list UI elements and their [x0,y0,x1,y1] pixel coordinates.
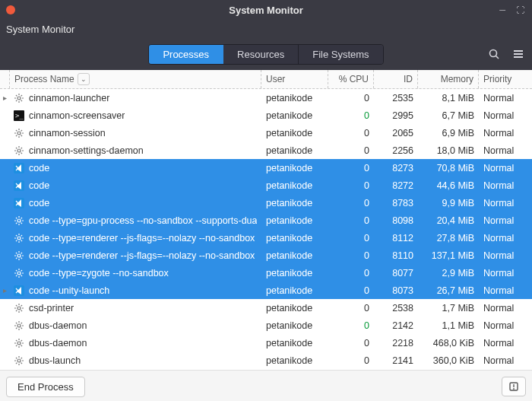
cell-memory: 468,0 KiB [418,338,479,348]
cell-cpu: 0 [328,338,374,348]
cell-id: 2065 [374,128,418,138]
process-name-text: cinnamon-screensaver [29,110,125,121]
table-row[interactable]: codepetanikode087839,9 MiBNormal [0,194,532,212]
table-row[interactable]: cinnamon-settings-daemonpetanikode022561… [0,142,532,159]
close-button[interactable] [6,5,15,14]
process-name-text: dbus-launch [29,355,81,366]
col-user[interactable]: User [261,70,328,88]
cell-user: petanikode [261,93,328,103]
app-menu[interactable]: System Monitor [6,24,74,35]
cell-id: 2538 [374,303,418,313]
col-cpu[interactable]: % CPU [328,70,374,88]
footer: End Process [0,370,532,401]
cell-process-name: csd-printer [9,303,261,313]
cell-user: petanikode [261,128,328,138]
cell-cpu: 0 [328,285,374,296]
cell-id: 8098 [374,215,418,226]
cell-memory: 18,0 MiB [418,145,479,156]
cell-cpu: 0 [328,128,374,138]
cell-memory: 137,1 MiB [418,250,479,261]
gear-icon [14,215,24,226]
window-title: System Monitor [0,5,532,16]
maximize-button[interactable]: ⛶ [515,5,526,14]
cell-priority: Normal [479,180,532,191]
table-row[interactable]: csd-printerpetanikode025381,7 MiBNormal [0,299,532,317]
table-row[interactable]: code --type=renderer --js-flags=--nolazy… [0,247,532,264]
cell-memory: 8,1 MiB [418,93,479,103]
gear-icon [14,128,24,138]
cell-priority: Normal [479,320,532,331]
cell-memory: 2,9 MiB [418,268,479,278]
cell-memory: 44,6 MiB [418,180,479,191]
cell-user: petanikode [261,198,328,208]
cell-process-name: code --type=zygote --no-sandbox [9,268,261,278]
cell-user: petanikode [261,285,328,296]
cell-id: 2142 [374,320,418,331]
col-name-label: Process Name [14,74,74,84]
table-row[interactable]: dbus-launchpetanikode02141360,0 KiBNorma… [0,352,532,369]
cell-process-name: code --type=renderer --js-flags=--nolazy… [9,233,261,243]
col-expander [0,70,10,88]
cell-priority: Normal [479,338,532,348]
gear-icon [14,145,24,156]
cell-user: petanikode [261,233,328,243]
cell-memory: 20,4 MiB [418,215,479,226]
cell-id: 2995 [374,110,418,121]
table-row[interactable]: code --type=zygote --no-sandboxpetanikod… [0,264,532,282]
gear-icon [14,338,24,348]
cell-cpu: 0 [328,180,374,191]
cell-user: petanikode [261,215,328,226]
cell-process-name: cinnamon-session [9,128,261,138]
tab-filesystems[interactable]: File Systems [299,45,382,64]
cell-memory: 6,9 MiB [418,128,479,138]
end-process-button[interactable]: End Process [6,377,85,397]
minimize-button[interactable]: ─ [498,5,507,14]
cell-priority: Normal [479,163,532,173]
cell-memory: 360,0 KiB [418,355,479,366]
col-priority[interactable]: Priority [479,70,532,88]
col-id[interactable]: ID [374,70,418,88]
menubar: System Monitor [0,20,532,38]
table-row[interactable]: code --type=renderer --js-flags=--nolazy… [0,229,532,247]
cell-priority: Normal [479,285,532,296]
col-name[interactable]: Process Name ⌄ [10,70,261,88]
table-row[interactable]: >_cinnamon-screensaverpetanikode029956,7… [0,107,532,124]
gear-icon [14,320,24,331]
cell-id: 2535 [374,93,418,103]
svg-rect-2 [514,50,523,52]
table-row[interactable]: code --type=gpu-process --no-sandbox --s… [0,212,532,229]
svg-point-18 [17,307,21,310]
vscode-icon [14,285,24,296]
row-expander-icon[interactable]: ▸ [0,286,9,294]
menu-icon[interactable] [512,48,524,60]
search-icon[interactable] [488,48,500,60]
table-row[interactable]: codepetanikode0827370,8 MiBNormal [0,159,532,177]
tab-resources[interactable]: Resources [223,45,299,64]
cell-id: 8272 [374,180,418,191]
cell-user: petanikode [261,250,328,261]
table-row[interactable]: dbus-daemonpetanikode021421,1 MiBNormal [0,317,532,334]
cell-user: petanikode [261,320,328,331]
cell-user: petanikode [261,163,328,173]
table-row[interactable]: codepetanikode0827244,6 MiBNormal [0,177,532,194]
cell-cpu: 0 [328,145,374,156]
process-name-text: dbus-daemon [29,338,87,348]
properties-button[interactable] [502,377,526,396]
vscode-icon [14,180,24,191]
cell-cpu: 0 [328,268,374,278]
table-row[interactable]: dbus-daemonpetanikode02218468,0 KiBNorma… [0,334,532,352]
cell-process-name: code --unity-launch [9,285,261,296]
process-list[interactable]: ▸cinnamon-launcherpetanikode025358,1 MiB… [0,89,532,370]
process-name-text: code [29,198,49,208]
row-expander-icon[interactable]: ▸ [0,94,9,102]
cell-cpu: 0 [328,250,374,261]
table-row[interactable]: ▸cinnamon-launcherpetanikode025358,1 MiB… [0,89,532,107]
cell-cpu: 0 [328,320,374,331]
cell-user: petanikode [261,110,328,121]
table-row[interactable]: cinnamon-sessionpetanikode020656,9 MiBNo… [0,124,532,142]
col-memory[interactable]: Memory [418,70,479,88]
tab-processes[interactable]: Processes [149,45,223,64]
table-row[interactable]: ▸code --unity-launchpetanikode0807326,7 … [0,282,532,299]
svg-point-13 [17,219,21,222]
cell-id: 2256 [374,145,418,156]
